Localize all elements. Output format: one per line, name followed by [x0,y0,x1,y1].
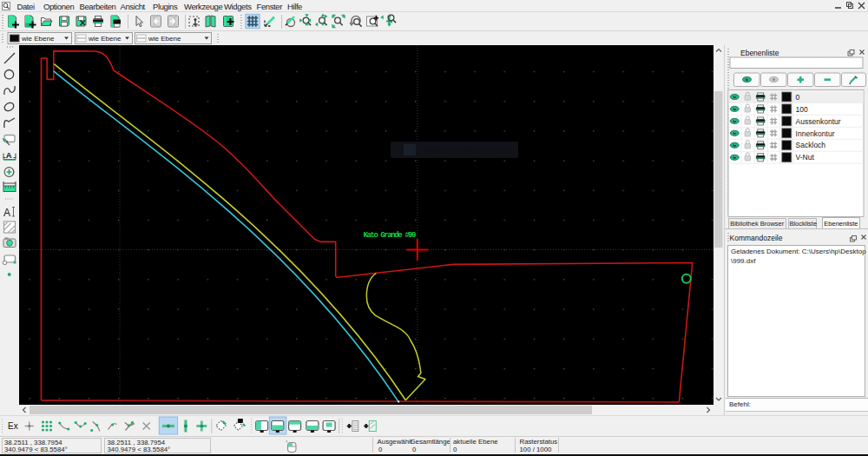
svg-text:A: A [6,150,12,160]
svg-text:Relatives Nullpunkt gesetzt: Relatives Nullpunkt gesetzt [424,146,513,155]
svg-text:wie Ebene: wie Ebene [21,35,55,43]
svg-text:Ex: Ex [8,421,18,431]
svg-text:Aussenkontur: Aussenkontur [796,117,841,126]
svg-text:Innenkontur: Innenkontur [796,129,835,138]
svg-text:Kato Grande #99: Kato Grande #99 [364,231,417,240]
svg-text:wie Ebene: wie Ebene [148,35,181,43]
svg-text:wie Ebene: wie Ebene [88,35,122,43]
svg-text:A: A [3,207,10,219]
svg-text:0: 0 [796,93,800,102]
svg-text:Sackloch: Sackloch [796,141,826,149]
svg-text:100: 100 [796,105,808,114]
svg-text:V-Nut: V-Nut [796,153,815,162]
svg-text:Ebenenliste: Ebenenliste [740,49,779,57]
